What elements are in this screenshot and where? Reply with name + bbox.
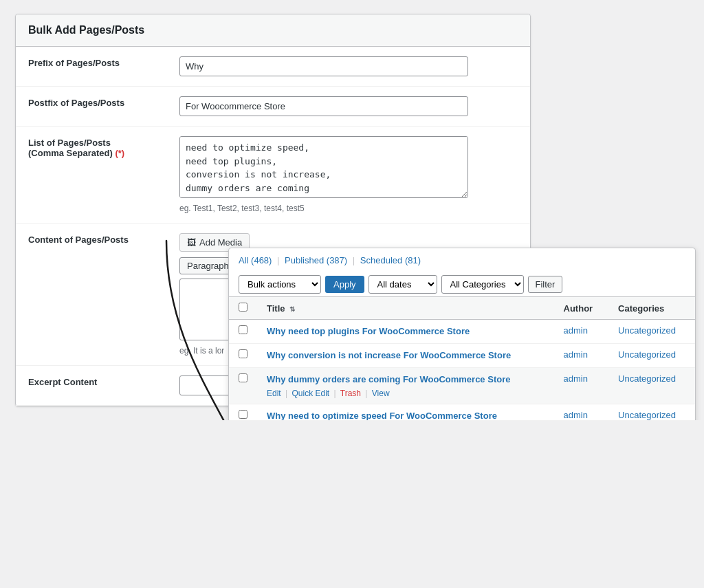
author-link-1[interactable]: admin <box>564 325 588 336</box>
author-link-2[interactable]: admin <box>564 349 588 360</box>
content-label: Content of Pages/Posts <box>16 224 167 366</box>
filter-published-link[interactable]: Published (387) <box>285 255 350 265</box>
row-checkbox-cell <box>229 404 257 420</box>
author-link-3[interactable]: admin <box>564 373 588 384</box>
list-row: List of Pages/Posts (Comma Separated) (*… <box>16 127 530 224</box>
apply-button[interactable]: Apply <box>325 276 364 293</box>
view-link-3[interactable]: View <box>372 389 390 398</box>
table-row: Why need to optimize speed For WooCommer… <box>229 404 695 420</box>
row-checkbox-cell <box>229 368 257 404</box>
post-title-link-3[interactable]: Why dummy orders are coming For WooComme… <box>267 373 544 386</box>
prefix-label: Prefix of Pages/Posts <box>16 47 167 87</box>
prefix-field-cell <box>167 47 530 87</box>
post-category-cell-4: Uncategorized <box>608 404 695 420</box>
post-title-cell: Why dummy orders are coming For WooComme… <box>257 368 554 404</box>
filter-scheduled-link[interactable]: Scheduled (81) <box>360 255 421 265</box>
author-link-4[interactable]: admin <box>564 410 588 420</box>
categories-select[interactable]: All Categories <box>441 275 524 294</box>
post-author-cell-1: admin <box>554 320 609 344</box>
postfix-input[interactable] <box>179 96 468 116</box>
post-title-cell: Why need to optimize speed For WooCommer… <box>257 404 554 420</box>
list-label: List of Pages/Posts (Comma Separated) (*… <box>16 127 167 224</box>
panel-title: Bulk Add Pages/Posts <box>16 14 530 47</box>
add-media-label: Add Media <box>199 237 242 248</box>
postfix-field-cell <box>167 87 530 127</box>
row-checkbox-3[interactable] <box>239 373 248 382</box>
post-author-cell-2: admin <box>554 344 609 368</box>
post-title-cell: Why conversion is not increase For WooCo… <box>257 344 554 368</box>
add-media-icon: 🖼 <box>187 237 196 248</box>
table-header-row: Title ⇅ Author Categories <box>229 297 695 320</box>
author-header: Author <box>554 297 609 320</box>
prefix-row: Prefix of Pages/Posts <box>16 47 530 87</box>
list-field-cell: need to optimize speed, need top plugins… <box>167 127 530 224</box>
table-row: Why dummy orders are coming For WooComme… <box>229 368 695 404</box>
categories-header: Categories <box>608 297 695 320</box>
row-checkbox-1[interactable] <box>239 325 248 334</box>
filter-button[interactable]: Filter <box>528 276 563 293</box>
post-title-link-1[interactable]: Why need top plugins For WooCommerce Sto… <box>267 325 544 338</box>
postfix-row: Postfix of Pages/Posts <box>16 87 530 127</box>
post-category-cell-1: Uncategorized <box>608 320 695 344</box>
filter-bar: All (468) | Published (387) | Scheduled … <box>229 248 695 294</box>
list-textarea[interactable]: need to optimize speed, need top plugins… <box>179 136 468 198</box>
list-label-text: List of Pages/Posts <box>28 138 111 148</box>
category-link-1[interactable]: Uncategorized <box>618 325 676 336</box>
post-author-cell-4: admin <box>554 404 609 420</box>
title-sort-icon[interactable]: ⇅ <box>289 305 295 313</box>
table-row: Why need top plugins For WooCommerce Sto… <box>229 320 695 344</box>
posts-table: Title ⇅ Author Categories Why need top p… <box>229 296 695 420</box>
row-checkbox-4[interactable] <box>239 410 248 419</box>
quick-edit-link-3[interactable]: Quick Edit <box>292 389 330 398</box>
trash-link-3[interactable]: Trash <box>340 389 361 398</box>
select-all-checkbox[interactable] <box>239 303 248 312</box>
required-star: (*) <box>115 148 124 158</box>
posts-panel: All (468) | Published (387) | Scheduled … <box>228 248 696 420</box>
post-title-link-4[interactable]: Why need to optimize speed For WooCommer… <box>267 410 544 420</box>
select-all-cell <box>229 297 257 320</box>
row-actions-3: Edit | Quick Edit | Trash | View <box>267 389 544 398</box>
edit-link-3[interactable]: Edit <box>267 389 281 398</box>
row-checkbox-2[interactable] <box>239 349 248 358</box>
row-checkbox-cell <box>229 320 257 344</box>
post-title-cell: Why need top plugins For WooCommerce Sto… <box>257 320 554 344</box>
excerpt-label: Excerpt Content <box>16 366 167 406</box>
filter-links: All (468) | Published (387) | Scheduled … <box>239 255 685 265</box>
post-category-cell-2: Uncategorized <box>608 344 695 368</box>
bulk-actions-select[interactable]: Bulk actions <box>239 275 321 294</box>
post-author-cell-3: admin <box>554 368 609 404</box>
table-row: Why conversion is not increase For WooCo… <box>229 344 695 368</box>
post-title-link-2[interactable]: Why conversion is not increase For WooCo… <box>267 349 544 362</box>
filter-all-link[interactable]: All (468) <box>239 255 274 265</box>
date-select[interactable]: All dates <box>368 275 437 294</box>
row-checkbox-cell <box>229 344 257 368</box>
prefix-input[interactable] <box>179 56 468 76</box>
category-link-2[interactable]: Uncategorized <box>618 349 676 360</box>
list-label-note: (Comma Separated) (*) <box>28 148 124 158</box>
title-header: Title ⇅ <box>257 297 554 320</box>
list-hint: eg. Test1, Test2, test3, test4, test5 <box>179 204 518 213</box>
post-category-cell-3: Uncategorized <box>608 368 695 404</box>
page-wrapper: Bulk Add Pages/Posts Prefix of Pages/Pos… <box>15 14 689 406</box>
category-link-3[interactable]: Uncategorized <box>618 373 676 384</box>
category-link-4[interactable]: Uncategorized <box>618 410 676 420</box>
postfix-label: Postfix of Pages/Posts <box>16 87 167 127</box>
